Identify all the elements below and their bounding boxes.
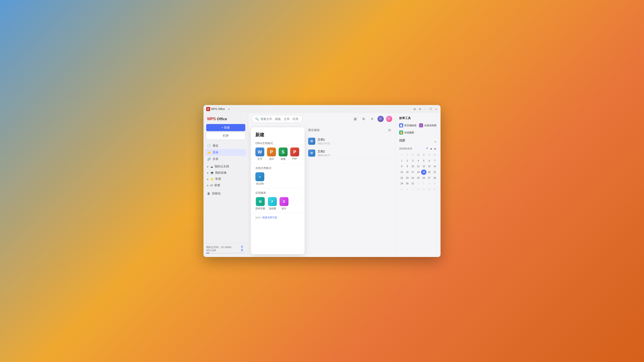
calendar-prev-button[interactable]: ◀ <box>429 147 433 151</box>
excel-icon: S <box>278 147 288 156</box>
calendar-next-button[interactable]: ▶ <box>433 147 438 151</box>
cal-day-5[interactable]: 5 <box>421 158 426 164</box>
cal-day-next-2[interactable]: 2 <box>421 181 426 186</box>
restore-button[interactable]: ❐ <box>429 107 432 111</box>
cal-day-15[interactable]: 15 <box>399 170 404 175</box>
cal-day-next-9[interactable]: 9 <box>421 187 426 192</box>
doc-type-ppt[interactable]: P 演示 <box>267 147 276 161</box>
cal-day-17[interactable]: 17 <box>410 170 416 175</box>
cal-day-3[interactable]: 3 <box>410 158 416 164</box>
grid-view-button[interactable]: ⊞ <box>352 116 358 122</box>
share-icon: 🔗 <box>207 157 211 161</box>
doc-type-word[interactable]: W 文字 <box>255 147 264 161</box>
cal-day-next-5[interactable]: 5 <box>399 187 404 192</box>
common-arrow: ▶ <box>207 178 209 180</box>
cal-day-19-today[interactable]: 19 <box>421 170 426 175</box>
refresh-button[interactable]: ↻ <box>360 116 367 122</box>
recent-item-name-1: 文档2 <box>318 149 392 153</box>
recent-settings-button[interactable]: ⚙ <box>387 127 392 133</box>
avatar-1[interactable]: G <box>378 116 384 122</box>
cal-day-next-6[interactable]: 6 <box>405 187 410 192</box>
close-button[interactable]: ✕ <box>434 107 438 111</box>
search-input[interactable] <box>260 117 299 121</box>
sidebar-item-tags[interactable]: ▶ 🏷 标签 <box>205 182 246 188</box>
add-tab-button[interactable]: + <box>227 107 231 111</box>
cal-day-next-7[interactable]: 7 <box>410 187 416 192</box>
cal-day-next-10[interactable]: 10 <box>427 187 432 192</box>
tool-flow[interactable]: ⬡ 在线流程图 <box>419 122 438 128</box>
calendar-add-button[interactable]: + <box>433 140 438 144</box>
cal-day-21[interactable]: 21 <box>432 170 438 175</box>
tool-resume[interactable]: 📄 简历编辑器 <box>399 122 418 128</box>
sidebar-toggle-button[interactable]: ⊞ <box>413 107 416 111</box>
doc-type-light[interactable]: ≡ 轻文档 <box>255 172 264 185</box>
storage-link[interactable]: 查看 <box>241 245 245 252</box>
cal-day-26[interactable]: 26 <box>421 175 426 181</box>
flow-tool-label: 在线流程图 <box>424 124 436 127</box>
sidebar-item-common[interactable]: ▶ ⭐ 常用 <box>205 176 246 182</box>
footer-brand: WPS <box>255 216 261 219</box>
sidebar-item-cloud[interactable]: ▶ ☁ 我的云文档 <box>205 163 246 170</box>
cal-day-27[interactable]: 27 <box>427 175 432 181</box>
cal-day-23[interactable]: 23 <box>405 175 410 181</box>
sidebar-item-shared[interactable]: 🔗 共享 <box>205 156 246 162</box>
recent-item-icon-1: W <box>308 149 315 157</box>
cloud-icon: ☁ <box>210 165 213 168</box>
cal-day-next-4[interactable]: 4 <box>432 181 438 186</box>
doc-type-excel[interactable]: S 表格 <box>278 147 288 161</box>
cal-day-4[interactable]: 4 <box>416 158 421 164</box>
cal-day-next-8[interactable]: 8 <box>416 187 421 192</box>
cal-day-9[interactable]: 9 <box>405 164 410 169</box>
sidebar-item-recent[interactable]: 🕐 最近 <box>205 142 246 149</box>
recent-item-date-1: 2020-09-27 <box>318 154 392 157</box>
cal-day-8[interactable]: 8 <box>399 164 404 169</box>
cal-day-2[interactable]: 2 <box>405 158 410 164</box>
cal-day-20[interactable]: 20 <box>427 170 432 175</box>
cal-day-6[interactable]: 6 <box>427 158 432 164</box>
sidebar-item-device[interactable]: ▶ 💻 我的设备 <box>205 170 246 176</box>
cal-day-1[interactable]: 1 <box>399 158 404 164</box>
cal-day-next-3[interactable]: 3 <box>427 181 432 186</box>
recent-item-0[interactable]: W 文档1 2022-07-01 <box>308 135 392 147</box>
cal-day-28[interactable]: 28 <box>432 175 438 181</box>
cal-day-10[interactable]: 10 <box>410 164 416 169</box>
cal-day-11[interactable]: 11 <box>416 164 421 169</box>
recent-item-1[interactable]: W 文档2 2020-09-27 <box>308 147 392 159</box>
app-tab[interactable]: W WPS Office <box>206 107 225 111</box>
cal-day-13[interactable]: 13 <box>427 164 432 169</box>
cal-day-7[interactable]: 7 <box>432 158 438 164</box>
sidebar-item-starred[interactable]: ⭐ 星标 <box>205 149 246 156</box>
cal-day-12[interactable]: 12 <box>421 164 426 169</box>
search-bar[interactable]: 🔍 <box>252 115 302 123</box>
top-bar-actions: ⊞ ↻ ≡ G U <box>352 116 392 122</box>
cal-day-18[interactable]: 18 <box>416 170 421 175</box>
cal-day-31[interactable]: 31 <box>410 181 416 186</box>
doc-type-mindmap[interactable]: M 思维导图 <box>255 197 265 210</box>
sidebar-item-trash[interactable]: 🗑 回收站 <box>205 190 246 197</box>
app-window: W WPS Office + ⊞ ⚙ − ❐ ✕ WPS Office + 新建… <box>204 105 440 257</box>
new-button[interactable]: + 新建 <box>206 124 245 131</box>
cal-day-30[interactable]: 30 <box>405 181 410 186</box>
cal-day-29[interactable]: 29 <box>399 181 404 186</box>
cal-day-14[interactable]: 14 <box>432 164 438 169</box>
open-button[interactable]: 打开 <box>206 132 245 140</box>
doc-type-pdf[interactable]: P PDF <box>290 147 299 161</box>
mindmap-tool-label: 在线脑图 <box>404 131 414 134</box>
cal-day-next-11[interactable]: 11 <box>432 187 438 192</box>
menu-button[interactable]: ≡ <box>369 116 375 122</box>
cal-day-22[interactable]: 22 <box>399 175 404 181</box>
cal-day-16[interactable]: 16 <box>405 170 410 175</box>
tool-mindmap[interactable]: 🔀 在线脑图 <box>399 130 418 135</box>
tags-arrow: ▶ <box>207 184 209 187</box>
minimize-button[interactable]: − <box>424 107 427 111</box>
cal-day-24[interactable]: 24 <box>410 175 416 181</box>
avatar-2[interactable]: U <box>386 116 392 122</box>
cal-day-25[interactable]: 25 <box>416 175 421 181</box>
cal-day-next-1[interactable]: 1 <box>416 181 421 186</box>
divider-2 <box>251 188 304 188</box>
settings-button[interactable]: ⚙ <box>418 107 422 111</box>
doc-type-design[interactable]: D 设计 <box>280 197 288 210</box>
doc-type-flow[interactable]: F 流程图 <box>268 197 277 210</box>
cal-header-thu: 四 <box>416 152 421 158</box>
calendar-today-marker[interactable]: 今 <box>426 147 428 151</box>
